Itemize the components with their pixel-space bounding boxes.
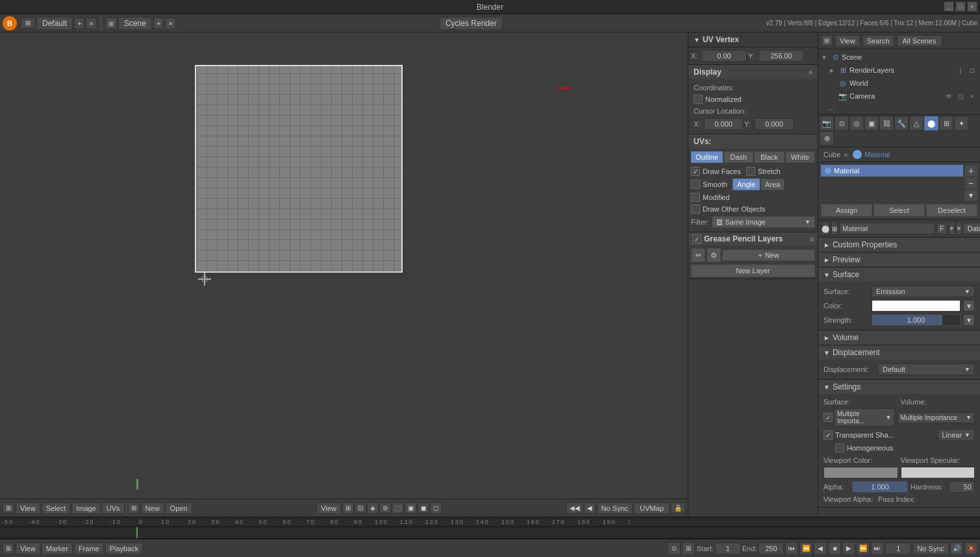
prop-icon-physics[interactable]: ⊕ (820, 131, 834, 145)
breadcrumb-cube[interactable]: Cube (823, 151, 840, 158)
modified-checkbox[interactable] (691, 193, 700, 202)
uv-image-menu[interactable]: Image (71, 502, 101, 514)
audio-icon[interactable]: 🔊 (950, 542, 963, 555)
blender-logo[interactable]: B (3, 16, 17, 31)
uv-open-btn[interactable]: Open (166, 502, 192, 514)
transparent-checkbox[interactable]: ✓ (823, 430, 833, 439)
draw-other-checkbox[interactable] (691, 204, 700, 214)
prop-icon-material[interactable]: ⬤ (924, 116, 938, 130)
angle-btn[interactable]: Angle (733, 179, 760, 190)
uv-y-input[interactable] (759, 50, 804, 62)
prop-icon-scene[interactable]: ⊙ (835, 116, 849, 130)
uv-view-menu[interactable]: View (16, 502, 40, 514)
assign-btn[interactable]: Assign (821, 204, 872, 217)
custom-props-header[interactable]: ► Custom Properties (818, 238, 980, 252)
gp-settings-icon[interactable]: ⚙ (707, 248, 721, 262)
uv-disp-icon2[interactable]: ⊡ (355, 502, 366, 514)
bottom-frame-btn[interactable]: Frame (74, 543, 104, 554)
hardness-input[interactable]: 50 (949, 481, 975, 493)
uv-disp-icon3[interactable]: ◈ (367, 502, 379, 514)
uv-lock-btn[interactable]: 🔒 (671, 502, 685, 514)
strength-input[interactable]: 1.000 (872, 314, 961, 326)
prev-frame-btn2[interactable]: ⏪ (799, 542, 812, 555)
scene-mode-btn[interactable]: ⊞ (105, 18, 117, 29)
mat-add-slot-btn[interactable]: + (949, 222, 955, 235)
current-frame-input[interactable] (885, 543, 911, 554)
mat-data-dropdown[interactable]: Data (963, 223, 980, 234)
start-input[interactable] (715, 543, 741, 554)
prop-icon-texture[interactable]: ⊞ (939, 116, 953, 130)
mat-sphere-icon[interactable]: ⬤ (821, 222, 830, 235)
linear-dropdown[interactable]: Linear ▼ (938, 429, 975, 441)
stretch-checkbox[interactable] (746, 167, 755, 176)
uv-viewport[interactable]: → (0, 32, 688, 499)
emission-dropdown[interactable]: Emission ▼ (872, 286, 975, 297)
frame-end-btn[interactable]: ⏭ (871, 542, 884, 555)
select-btn[interactable]: Select (873, 204, 925, 217)
uvs-section-header[interactable]: UVs: (688, 134, 818, 149)
workspace-close-btn[interactable]: × (86, 18, 96, 29)
gp-menu[interactable]: ≡ (810, 236, 814, 243)
tab-outline[interactable]: Outline (691, 151, 723, 163)
tree-item-camera[interactable]: 📷 Camera 👁 ⊡ × (826, 90, 980, 103)
cursor-x-input[interactable] (704, 118, 743, 130)
surface-importance-dropdown[interactable]: Multiple Importa... ▼ (834, 408, 895, 427)
tree-item-world[interactable]: ◎ World (826, 77, 980, 90)
prev-frame-btn[interactable]: ◀◀ (566, 502, 583, 514)
uv-disp-icon4[interactable]: ⊚ (379, 502, 391, 514)
material-add-btn[interactable]: + (964, 165, 977, 177)
renderlayers-action1[interactable]: | (955, 65, 966, 75)
camera-del-btn[interactable]: × (967, 91, 977, 101)
uv-editor-mode-btn[interactable]: ⊞ (3, 502, 14, 514)
prop-icon-modifier[interactable]: 🔧 (894, 116, 909, 130)
prop-icon-render[interactable]: 📷 (820, 116, 834, 130)
props-mode-btn[interactable]: ⊞ (821, 35, 833, 46)
view-btn[interactable]: View (835, 35, 860, 47)
nosync-btn[interactable]: No Sync (912, 543, 949, 554)
mute-icon[interactable]: 🔕 (964, 542, 977, 555)
uv-x-input[interactable] (701, 50, 747, 62)
mode-icon[interactable]: ⊙ (668, 542, 681, 555)
tree-item-scene[interactable]: ▼ ⊙ Scene (818, 51, 980, 64)
tab-black[interactable]: Black (754, 151, 784, 163)
preview-header[interactable]: ► Preview (818, 253, 980, 267)
cursor-y-input[interactable] (755, 118, 794, 130)
render-engine-selector[interactable]: Cycles Render (440, 17, 503, 30)
gp-checkbox[interactable]: ✓ (692, 234, 701, 243)
scenes-dropdown[interactable]: All Scenes (897, 35, 942, 47)
settings-header[interactable]: ▼ Settings (818, 380, 980, 394)
workspace-name[interactable]: Default (36, 17, 73, 30)
mat-f-btn[interactable]: F (936, 223, 948, 234)
breadcrumb-material[interactable]: Material (864, 151, 890, 158)
uv-disp-icon8[interactable]: ◻ (430, 502, 442, 514)
volume-importance-dropdown[interactable]: Multiple Importance ▼ (898, 412, 975, 423)
play-reverse-btn[interactable]: ◀ (814, 542, 827, 555)
smooth-checkbox[interactable] (691, 180, 700, 189)
normalized-checkbox[interactable] (694, 95, 703, 104)
uv-view-btn2[interactable]: View (316, 502, 341, 514)
next-frame-btn[interactable]: ⏩ (857, 542, 870, 555)
frame-mode-btn2[interactable]: ⊞ (682, 542, 695, 555)
viewport-color-swatch[interactable] (823, 467, 898, 478)
volume-header[interactable]: ► Volume (818, 330, 980, 345)
displacement-dropdown[interactable]: Default ▼ (878, 364, 975, 375)
tab-dash[interactable]: Dash (723, 151, 753, 163)
bottom-view-btn[interactable]: View (16, 543, 40, 554)
frame-start-btn[interactable]: ⏮ (785, 542, 798, 555)
uv-disp-icon1[interactable]: ⊞ (342, 502, 354, 514)
prev-key-btn[interactable]: ◀ (584, 502, 596, 514)
search-btn[interactable]: Search (862, 35, 894, 47)
uv-new-btn[interactable]: New (141, 502, 164, 514)
stop-btn[interactable]: ■ (828, 542, 841, 555)
prop-icon-data[interactable]: △ (909, 116, 923, 130)
camera-vis-btn[interactable]: 👁 (944, 91, 954, 101)
prop-icon-particle[interactable]: ✦ (954, 116, 968, 130)
workspace-mode-btn[interactable]: ⊞ (21, 18, 35, 29)
mat-del-slot-btn[interactable]: × (956, 222, 962, 235)
scene-close-btn[interactable]: × (165, 18, 175, 29)
gp-section-header[interactable]: ✓ Grease Pencil Layers ≡ (688, 232, 818, 245)
gp-new-layer-btn[interactable]: New Layer (691, 264, 815, 277)
uv-map-label[interactable]: UVMap (634, 502, 670, 514)
displacement-header[interactable]: ▼ Displacement (818, 345, 980, 360)
mat-name-input[interactable] (839, 223, 935, 234)
